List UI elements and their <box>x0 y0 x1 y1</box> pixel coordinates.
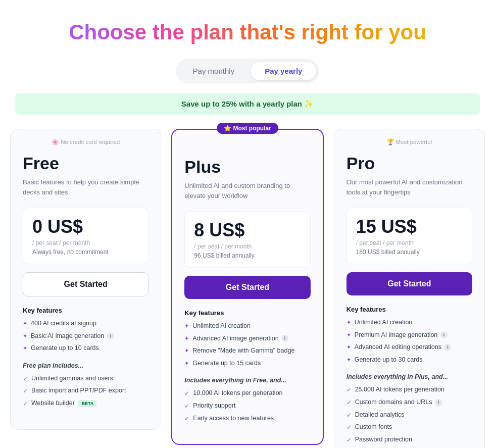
diamond-icon: ✦ <box>346 319 351 326</box>
key-features-title-pro: Key features <box>346 306 472 313</box>
plan-price-amount-free: 0 US$ <box>32 216 83 237</box>
includes-list-plus: ✓ 10,000 AI tokens per generation ✓ Prio… <box>184 389 310 423</box>
list-item: ✓ Basic import and PPT/PDF export <box>23 386 148 395</box>
list-item: ✓ Early access to new features <box>184 414 310 423</box>
diamond-icon: ✦ <box>184 347 189 355</box>
list-item: ✓ Password protection <box>346 435 472 444</box>
info-icon: i <box>435 399 442 406</box>
plan-name-plus: Plus <box>184 157 310 177</box>
plan-price-unit-plus: / per seat / per month <box>194 243 252 250</box>
info-icon: i <box>440 331 448 338</box>
includes-title-plus: Includes everything in Free, and... <box>184 377 310 384</box>
plan-name-free: Free <box>23 154 148 173</box>
list-item: ✓ Unlimited gammas and users <box>23 374 148 383</box>
plan-price-section-pro: 15 US$ / per seat / per month 180 US$ bi… <box>346 208 472 264</box>
diamond-icon: ✦ <box>23 344 27 352</box>
check-icon: ✓ <box>346 399 352 407</box>
savings-banner: Save up to 25% with a yearly plan ✨ <box>15 93 480 115</box>
plan-card-plus: ⭐ Most popular placeholder Plus Unlimite… <box>171 129 323 445</box>
key-features-list-plus: ✦ Unlimited AI creation ✦ Advanced AI im… <box>184 322 310 368</box>
plan-cta-free[interactable]: Get Started <box>23 272 148 296</box>
list-item: ✓ Priority support <box>184 402 310 411</box>
includes-list-free: ✓ Unlimited gammas and users ✓ Basic imp… <box>23 374 148 408</box>
list-item: ✓ Detailed analytics <box>346 411 472 420</box>
plan-top-label-pro: 🏆 Most powerful <box>334 129 484 145</box>
plan-price-unit-free: / per seat / per month <box>32 239 90 246</box>
plans-container: 🌸 No credit card required Free Basic fea… <box>10 129 485 448</box>
diamond-icon: ✦ <box>184 360 189 367</box>
diamond-icon: ✦ <box>346 343 351 351</box>
plan-cta-pro[interactable]: Get Started <box>346 272 472 295</box>
list-item: ✓ 10,000 AI tokens per generation <box>184 389 310 398</box>
pay-yearly-button[interactable]: Pay yearly <box>251 62 316 80</box>
diamond-icon: ✦ <box>346 356 351 364</box>
plan-badge-plus: ⭐ Most popular <box>217 123 278 134</box>
list-item: ✦ Remove "Made with Gamma" badge <box>184 346 310 356</box>
list-item: ✦ Generate up to 30 cards <box>346 356 472 365</box>
plan-description-plus: Unlimited AI and custom branding to elev… <box>184 181 310 201</box>
diamond-icon: ✦ <box>184 322 189 330</box>
billing-toggle: Pay monthly Pay yearly <box>176 59 320 83</box>
list-item: ✦ Generate up to 10 cards <box>23 344 148 353</box>
plan-top-label-free: 🌸 No credit card required <box>11 129 161 145</box>
info-icon: i <box>281 335 288 342</box>
includes-title-free: Free plan includes... <box>23 362 148 369</box>
plan-card-pro: 🏆 Most powerful Pro Our most powerful AI… <box>334 129 485 448</box>
plan-price-section-free: 0 US$ / per seat / per month Always free… <box>23 208 148 264</box>
list-item: ✓ Custom fonts <box>346 423 472 432</box>
page-title: Choose the plan that's right for you <box>69 20 426 44</box>
key-features-title-plus: Key features <box>184 309 310 317</box>
diamond-icon: ✦ <box>23 332 27 340</box>
list-item: ✓ Custom domains and URLs i <box>346 398 472 407</box>
check-icon: ✓ <box>184 415 189 423</box>
plan-price-section-plus: 8 US$ / per seat / per month 96 US$ bill… <box>184 211 310 268</box>
check-icon: ✓ <box>23 375 28 383</box>
key-features-list-free: ✦ 400 AI credits at signup ✦ Basic AI im… <box>23 319 148 353</box>
key-features-title-free: Key features <box>23 307 148 314</box>
list-item: ✦ Generate up to 15 cards <box>184 359 310 368</box>
plan-price-amount-pro: 15 US$ <box>356 216 417 237</box>
check-icon: ✓ <box>23 400 28 408</box>
list-item: ✦ Unlimited AI creation <box>346 318 472 327</box>
diamond-icon: ✦ <box>184 335 189 342</box>
check-icon: ✓ <box>346 386 352 394</box>
includes-title-pro: Includes everything in Plus, and... <box>346 373 472 380</box>
key-features-list-pro: ✦ Unlimited AI creation ✦ Premium AI ima… <box>346 318 472 364</box>
list-item: ✦ Advanced AI editing operations i <box>346 343 472 352</box>
check-icon: ✓ <box>184 402 189 411</box>
list-item: ✦ 400 AI credits at signup <box>23 319 148 328</box>
list-item: ✦ Premium AI image generation i <box>346 331 472 340</box>
list-item: ✓ 25,000 AI tokens per generation <box>346 385 472 394</box>
pay-monthly-button[interactable]: Pay monthly <box>179 62 249 80</box>
plan-price-note-plus: 96 US$ billed annually <box>194 252 301 259</box>
plan-description-free: Basic features to help you create simple… <box>23 177 148 197</box>
info-icon: i <box>107 332 114 339</box>
plan-description-pro: Our most powerful AI and customization t… <box>346 177 472 197</box>
includes-list-pro: ✓ 25,000 AI tokens per generation ✓ Cust… <box>346 385 472 444</box>
diamond-icon: ✦ <box>346 331 351 339</box>
check-icon: ✓ <box>346 411 352 420</box>
diamond-icon: ✦ <box>23 320 27 327</box>
check-icon: ✓ <box>346 423 352 432</box>
plan-price-note-pro: 180 US$ billed annually <box>356 248 463 256</box>
list-item: ✓ Website builder BETA <box>23 399 148 408</box>
plan-price-note-free: Always free, no commitment <box>32 248 139 256</box>
check-icon: ✓ <box>23 387 28 395</box>
plan-price-unit-pro: / per seat / per month <box>356 239 414 246</box>
check-icon: ✓ <box>346 436 352 444</box>
plan-cta-plus[interactable]: Get Started <box>184 276 310 299</box>
plan-price-amount-plus: 8 US$ <box>194 220 244 241</box>
plan-name-pro: Pro <box>346 154 472 173</box>
plan-card-free: 🌸 No credit card required Free Basic fea… <box>10 129 161 430</box>
check-icon: ✓ <box>184 389 189 398</box>
list-item: ✦ Advanced AI image generation i <box>184 334 310 343</box>
info-icon: i <box>444 344 451 351</box>
list-item: ✦ Basic AI image generation i <box>23 332 148 341</box>
beta-badge: BETA <box>78 400 96 408</box>
list-item: ✦ Unlimited AI creation <box>184 322 310 331</box>
